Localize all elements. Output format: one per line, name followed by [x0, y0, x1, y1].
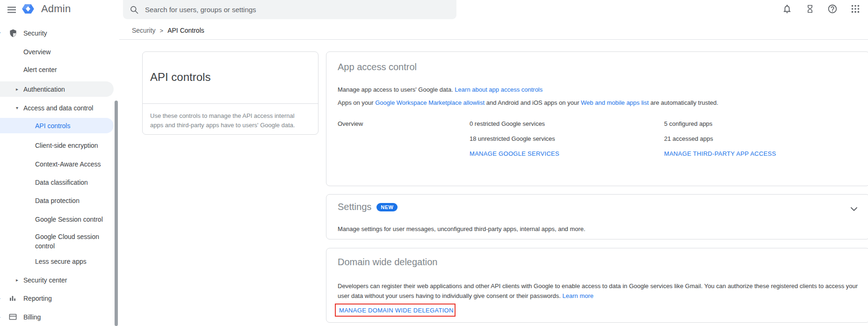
sidebar-item-label: Reporting: [23, 295, 52, 302]
annotation-red-box: MANAGE DOMAIN WIDE DELEGATION: [335, 304, 456, 317]
sidebar-item-label: API controls: [35, 122, 70, 130]
breadcrumb-separator: >: [160, 27, 164, 34]
caret-right-icon: ▸: [0, 315, 0, 319]
sidebar-item-context-aware-access[interactable]: Context-Aware Access: [0, 156, 114, 172]
app-access-line1: Manage app access to users' Google data.…: [338, 86, 542, 94]
section-title-settings: Settings: [338, 202, 371, 212]
overview-label: Overview: [338, 120, 363, 127]
unrestricted-services-stat: 18 unrestricted Google services: [470, 135, 555, 142]
web-and-mobile-apps-list-link[interactable]: Web and mobile apps list: [581, 99, 649, 106]
sidebar-item-overview[interactable]: Overview: [0, 44, 114, 59]
app-access-line1-text: Manage app access to users' Google data.: [338, 86, 455, 93]
shield-icon: [8, 29, 18, 38]
app-title: Admin: [41, 3, 71, 15]
search-icon: [130, 5, 139, 14]
sidebar-item-label: Data classification: [35, 179, 88, 186]
sidebar-item-google-session-control[interactable]: Google Session control: [0, 211, 114, 227]
app-access-line2: Apps on your Google Workspace Marketplac…: [338, 99, 718, 107]
sidebar-item-label: Authentication: [23, 86, 65, 93]
app-access-control-card: App access control Manage app access to …: [326, 51, 868, 186]
app-access-line2-seg3: are automatically trusted.: [649, 99, 718, 106]
domain-description-text: Developers can register their web applic…: [338, 283, 858, 299]
sidebar-item-label: Google Session control: [35, 216, 103, 223]
section-title-domain-wide-delegation: Domain wide delegation: [338, 257, 437, 268]
sidebar-item-label: Data protection: [35, 197, 80, 204]
sidebar-item-label: Alert center: [23, 66, 57, 73]
caret-right-icon: ▸: [16, 87, 21, 92]
sidebar-item-label: Less secure apps: [35, 258, 87, 265]
page-title: API controls: [150, 71, 210, 84]
sidebar-item-security[interactable]: ▾ Security: [0, 25, 114, 41]
sidebar-item-label: Overview: [23, 48, 51, 56]
search-bar[interactable]: [123, 0, 456, 19]
accessed-apps-stat: 21 accessed apps: [664, 135, 713, 142]
restricted-services-stat: 0 restricted Google services: [470, 120, 545, 127]
domain-wide-delegation-description: Developers can register their web applic…: [338, 281, 861, 301]
sidebar-item-label: Google Cloud session control: [35, 232, 110, 251]
configured-apps-stat: 5 configured apps: [664, 120, 712, 127]
sidebar-item-access-and-data-control[interactable]: ▾ Access and data control: [0, 100, 114, 116]
caret-down-icon: ▾: [0, 31, 0, 36]
sidebar-item-alert-center[interactable]: Alert center: [0, 62, 114, 77]
apps-grid-icon[interactable]: [849, 3, 861, 15]
sidebar-item-label: Context-Aware Access: [35, 160, 101, 168]
sidebar-item-label: Security: [23, 29, 47, 37]
sidebar-scrollbar[interactable]: [115, 101, 118, 326]
section-title-app-access-control: App access control: [338, 62, 417, 72]
sidebar-item-label: Client-side encryption: [35, 142, 98, 149]
sidebar-item-data-classification[interactable]: Data classification: [0, 174, 114, 190]
domain-wide-delegation-card: Domain wide delegation Developers can re…: [326, 248, 868, 323]
sidebar-item-less-secure-apps[interactable]: Less secure apps: [0, 254, 114, 269]
new-badge: NEW: [376, 203, 398, 211]
manage-third-party-app-access-button[interactable]: MANAGE THIRD-PARTY APP ACCESS: [664, 150, 776, 157]
sidebar-item-label: Security center: [23, 276, 67, 284]
sidebar-item-label: Billing: [23, 313, 41, 321]
admin-logo-icon: [22, 2, 35, 17]
caret-right-icon: ▸: [0, 296, 0, 301]
settings-description: Manage settings for user messages, uncon…: [338, 225, 586, 233]
manage-domain-wide-delegation-button[interactable]: MANAGE DOMAIN WIDE DELEGATION: [336, 307, 454, 314]
header-divider: [119, 39, 868, 40]
sidebar-item-api-controls[interactable]: API controls: [0, 118, 114, 133]
learn-more-link[interactable]: Learn more: [563, 292, 593, 299]
chevron-down-icon[interactable]: [850, 205, 858, 213]
notifications-icon[interactable]: [781, 3, 793, 15]
sidebar-item-google-cloud-session-control[interactable]: Google Cloud session control: [0, 229, 114, 254]
sidebar-item-reporting[interactable]: ▸ Reporting: [0, 290, 114, 306]
search-input[interactable]: [139, 5, 456, 14]
breadcrumb: Security > API Controls: [132, 27, 204, 34]
breadcrumb-security[interactable]: Security: [132, 27, 156, 34]
card-divider: [143, 103, 318, 104]
sidebar-item-data-protection[interactable]: Data protection: [0, 193, 114, 208]
learn-about-app-access-controls-link[interactable]: Learn about app access controls: [455, 86, 542, 93]
caret-right-icon: ▸: [16, 278, 21, 283]
menu-icon[interactable]: [6, 4, 18, 16]
app-access-line2-seg1: Apps on your: [338, 99, 375, 106]
credit-card-icon: [8, 312, 18, 322]
caret-down-icon: ▾: [16, 106, 21, 110]
api-controls-description: Use these controls to manage the API acc…: [150, 111, 300, 130]
manage-google-services-button[interactable]: MANAGE GOOGLE SERVICES: [470, 150, 559, 157]
bar-chart-icon: [8, 294, 18, 303]
sidebar-item-authentication[interactable]: ▸ Authentication: [0, 81, 114, 97]
sidebar-item-security-center[interactable]: ▸ Security center: [0, 272, 114, 288]
sidebar-item-label: Access and data control: [23, 104, 93, 112]
marketplace-allowlist-link[interactable]: Google Workspace Marketplace allowlist: [375, 99, 485, 106]
tasks-hourglass-icon[interactable]: [804, 3, 816, 15]
sidebar-item-client-side-encryption[interactable]: Client-side encryption: [0, 138, 114, 153]
app-access-line2-seg2: and Android and iOS apps on your: [485, 99, 581, 106]
api-controls-info-card: API controls Use these controls to manag…: [142, 51, 318, 135]
sidebar-item-billing[interactable]: ▸ Billing: [0, 309, 114, 325]
settings-card: Settings NEW Manage settings for user me…: [326, 194, 868, 239]
help-icon[interactable]: [826, 3, 839, 15]
breadcrumb-current: API Controls: [167, 27, 204, 34]
